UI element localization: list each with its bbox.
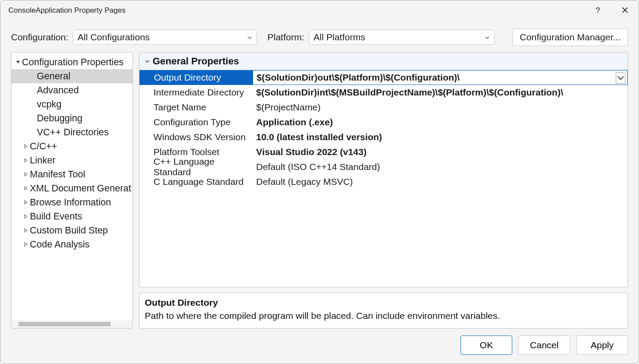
description-text: Path to where the compiled program will … bbox=[145, 311, 622, 321]
configuration-value: All Configurations bbox=[78, 32, 150, 42]
apply-button[interactable]: Apply bbox=[576, 336, 628, 355]
tree-item[interactable]: Advanced bbox=[11, 83, 132, 97]
tree-item-label: vcpkg bbox=[37, 99, 61, 110]
titlebar: ConsoleApplication Property Pages ? bbox=[0, 0, 639, 21]
property-value[interactable]: Default (Legacy MSVC) bbox=[253, 174, 628, 189]
tree-root[interactable]: Configuration Properties bbox=[11, 55, 132, 69]
property-pages-window: ConsoleApplication Property Pages ? Conf… bbox=[0, 0, 639, 364]
property-value[interactable]: 10.0 (latest installed version) bbox=[253, 130, 628, 145]
svg-marker-7 bbox=[25, 201, 27, 204]
tree-horizontal-scrollbar[interactable] bbox=[11, 320, 132, 328]
triangle-right-icon bbox=[22, 158, 30, 163]
tree-item-label: Linker bbox=[30, 155, 56, 166]
triangle-right-icon bbox=[22, 242, 30, 247]
property-row[interactable]: Output Directory$(SolutionDir)out\$(Plat… bbox=[139, 70, 628, 85]
tree-item-label: Code Analysis bbox=[30, 239, 89, 250]
tree-item-label: Custom Build Step bbox=[30, 225, 108, 236]
svg-marker-3 bbox=[25, 145, 27, 148]
tree-item[interactable]: VC++ Directories bbox=[11, 125, 132, 139]
tree-item-label: VC++ Directories bbox=[37, 127, 109, 138]
tree-item-label: XML Document Generat bbox=[30, 183, 131, 194]
configuration-manager-button[interactable]: Configuration Manager... bbox=[512, 28, 628, 46]
titlebar-controls: ? bbox=[591, 4, 632, 17]
scrollbar-thumb[interactable] bbox=[18, 322, 111, 326]
property-row[interactable]: Configuration TypeApplication (.exe) bbox=[139, 115, 628, 130]
chevron-down-icon bbox=[485, 32, 490, 42]
tree-item[interactable]: Browse Information bbox=[11, 195, 132, 209]
tree-item-label: Manifest Tool bbox=[30, 169, 85, 180]
grid-section-header[interactable]: General Properties bbox=[139, 53, 628, 70]
tree-item[interactable]: General bbox=[11, 69, 132, 83]
body: Configuration PropertiesGeneralAdvancedv… bbox=[0, 52, 639, 329]
platform-value: All Platforms bbox=[314, 32, 365, 42]
property-name: Intermediate Directory bbox=[139, 85, 253, 100]
tree-inner: Configuration PropertiesGeneralAdvancedv… bbox=[11, 53, 132, 320]
properties-grid[interactable]: General Properties Output Directory$(Sol… bbox=[139, 52, 628, 287]
svg-marker-6 bbox=[25, 187, 27, 190]
tree-item-label: C/C++ bbox=[30, 141, 57, 152]
dropdown-caret-icon[interactable] bbox=[616, 72, 625, 84]
property-value[interactable]: Application (.exe) bbox=[253, 115, 628, 130]
right-column: General Properties Output Directory$(Sol… bbox=[139, 52, 628, 329]
tree-item-label: Build Events bbox=[30, 211, 82, 222]
property-row[interactable]: Windows SDK Version10.0 (latest installe… bbox=[139, 130, 628, 145]
svg-marker-4 bbox=[25, 159, 27, 162]
property-value[interactable]: Default (ISO C++14 Standard) bbox=[253, 159, 628, 174]
property-name: Output Directory bbox=[140, 71, 253, 85]
triangle-right-icon bbox=[22, 172, 30, 177]
grid-section-title: General Properties bbox=[153, 56, 239, 67]
triangle-right-icon bbox=[22, 214, 30, 219]
property-value[interactable]: $(SolutionDir)out\$(Platform)\$(Configur… bbox=[253, 71, 627, 85]
tree-item[interactable]: Debugging bbox=[11, 111, 132, 125]
grid-body: Output Directory$(SolutionDir)out\$(Plat… bbox=[139, 70, 628, 189]
property-row[interactable]: C++ Language StandardDefault (ISO C++14 … bbox=[139, 159, 628, 174]
triangle-right-icon bbox=[22, 228, 30, 233]
tree-item[interactable]: Build Events bbox=[11, 209, 132, 223]
configuration-label: Configuration: bbox=[11, 32, 68, 42]
property-row[interactable]: Intermediate Directory$(SolutionDir)int\… bbox=[139, 85, 628, 100]
tree-root-label: Configuration Properties bbox=[22, 57, 124, 68]
cancel-button[interactable]: Cancel bbox=[518, 336, 570, 355]
svg-marker-2 bbox=[16, 61, 20, 64]
tree-item[interactable]: Linker bbox=[11, 153, 132, 167]
tree-item-label: Browse Information bbox=[30, 197, 111, 208]
triangle-down-icon bbox=[14, 60, 22, 65]
property-row[interactable]: C Language StandardDefault (Legacy MSVC) bbox=[139, 174, 628, 189]
tree-item-label: Advanced bbox=[37, 85, 79, 96]
property-name: Target Name bbox=[139, 100, 253, 115]
triangle-right-icon bbox=[22, 186, 30, 191]
configuration-dropdown[interactable]: All Configurations bbox=[73, 30, 257, 45]
tree-item[interactable]: Code Analysis bbox=[11, 237, 132, 251]
property-name: Configuration Type bbox=[139, 115, 253, 130]
tree-item-label: General bbox=[37, 71, 71, 82]
tree-item[interactable]: XML Document Generat bbox=[11, 181, 132, 195]
property-name: C++ Language Standard bbox=[139, 159, 253, 174]
platform-dropdown[interactable]: All Platforms bbox=[309, 30, 495, 45]
tree-item[interactable]: Manifest Tool bbox=[11, 167, 132, 181]
ok-button[interactable]: OK bbox=[461, 336, 512, 355]
svg-marker-10 bbox=[25, 243, 27, 246]
svg-marker-8 bbox=[25, 215, 27, 218]
config-toolbar: Configuration: All Configurations Platfo… bbox=[0, 21, 639, 52]
property-value[interactable]: Visual Studio 2022 (v143) bbox=[253, 145, 628, 159]
tree-item-label: Debugging bbox=[37, 113, 82, 124]
category-tree[interactable]: Configuration PropertiesGeneralAdvancedv… bbox=[11, 52, 133, 329]
tree-item[interactable]: vcpkg bbox=[11, 97, 132, 111]
property-name: C Language Standard bbox=[139, 174, 253, 189]
tree-item[interactable]: Custom Build Step bbox=[11, 223, 132, 237]
chevron-down-icon bbox=[247, 32, 252, 42]
property-value[interactable]: $(ProjectName) bbox=[253, 100, 628, 115]
window-title: ConsoleApplication Property Pages bbox=[8, 6, 125, 15]
tree-item[interactable]: C/C++ bbox=[11, 139, 132, 153]
description-title: Output Directory bbox=[145, 297, 622, 308]
close-icon[interactable] bbox=[618, 4, 632, 17]
chevron-down-icon bbox=[142, 59, 153, 64]
property-name: Windows SDK Version bbox=[139, 130, 253, 145]
triangle-right-icon bbox=[22, 144, 30, 149]
help-icon[interactable]: ? bbox=[591, 4, 604, 17]
description-panel: Output Directory Path to where the compi… bbox=[139, 293, 628, 329]
property-row[interactable]: Target Name$(ProjectName) bbox=[139, 100, 628, 115]
property-value[interactable]: $(SolutionDir)int\$(MSBuildProjectName)\… bbox=[253, 85, 628, 100]
svg-marker-9 bbox=[25, 229, 27, 232]
triangle-right-icon bbox=[22, 200, 30, 205]
